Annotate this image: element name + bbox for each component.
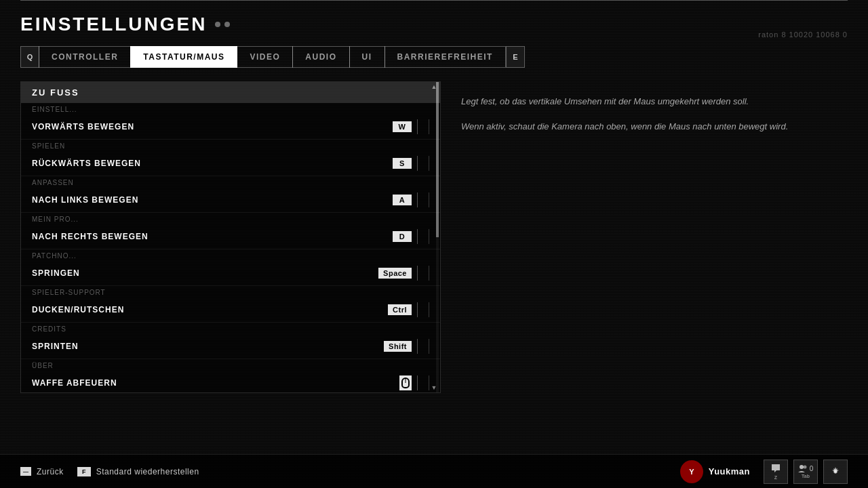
binding-row-links[interactable]: NACH LINKS BEWEGEN A — [21, 188, 440, 213]
page-title: EINSTELLUNGEN — [20, 14, 848, 35]
scroll-thumb[interactable] — [436, 82, 439, 237]
binding-extra — [429, 192, 429, 207]
binding-row-waffe[interactable]: WAFFE ABFEUERN — [21, 371, 440, 392]
key-badge-s: S — [393, 158, 412, 169]
title-dot-2 — [224, 22, 230, 27]
tab-audio[interactable]: AUDIO — [292, 46, 349, 68]
key-badge-a: A — [393, 195, 412, 205]
tab-controller[interactable]: CONTROLLER — [39, 46, 131, 68]
svg-point-2 — [800, 465, 804, 469]
content-area: ZU FUSS EINSTELL... VORWÄRTS BEWEGEN W S… — [20, 81, 848, 393]
mouse-key-icon — [399, 375, 412, 390]
section-title-text: ZU FUSS — [32, 87, 79, 98]
binding-name: DUCKEN/RUTSCHEN — [32, 305, 388, 314]
binding-extra — [429, 302, 429, 317]
binding-separator — [417, 229, 418, 244]
binding-separator — [417, 302, 418, 317]
bottom-controls: — Zurück F Standard wiederherstellen — [20, 467, 199, 476]
section-header: ZU FUSS — [21, 82, 440, 103]
binding-row-ducken[interactable]: DUCKEN/RUTSCHEN Ctrl — [21, 298, 440, 323]
friends-button[interactable]: 0 Tab — [793, 460, 818, 484]
binding-separator — [417, 266, 418, 281]
tab-video[interactable]: VIDEO — [237, 46, 293, 68]
category-anpassen: ANPASSEN — [21, 176, 440, 188]
user-avatar: Y — [680, 460, 703, 483]
tab-barrierefreiheit[interactable]: BARRIEREFREIHEIT — [384, 46, 506, 68]
category-einstell: EINSTELL... — [21, 103, 440, 115]
chat-button[interactable]: Z — [764, 460, 788, 484]
binding-extra — [429, 339, 429, 354]
chat-icon — [770, 463, 781, 474]
binding-name: VORWÄRTS BEWEGEN — [32, 122, 393, 131]
binding-row-vorwaerts[interactable]: VORWÄRTS BEWEGEN W — [21, 115, 440, 140]
tab-ui[interactable]: UI — [349, 46, 385, 68]
binding-name: NACH RECHTS BEWEGEN — [32, 232, 393, 241]
key-badge-d: D — [393, 231, 412, 242]
user-badge: Y Yuukman — [680, 460, 750, 483]
description-text-1: Legt fest, ob das vertikale Umsehen mit … — [461, 95, 841, 109]
key-badge-ctrl: Ctrl — [388, 304, 412, 315]
category-credits: CREDITS — [21, 323, 440, 334]
binding-name: SPRINGEN — [32, 268, 378, 278]
binding-separator — [417, 339, 418, 354]
restore-key: F — [77, 467, 91, 476]
scroll-arrow-down[interactable]: ▼ — [429, 383, 439, 392]
friends-key: Tab — [802, 474, 810, 479]
bindings-panel: ZU FUSS EINSTELL... VORWÄRTS BEWEGEN W S… — [20, 81, 441, 393]
username: Yuukman — [709, 466, 750, 476]
category-support: SPIELER-SUPPORT — [21, 286, 440, 298]
binding-name: NACH LINKS BEWEGEN — [32, 195, 393, 205]
tab-arrow-right[interactable]: E — [506, 46, 525, 68]
back-button[interactable]: — Zurück — [20, 467, 64, 476]
settings-button[interactable] — [823, 460, 848, 484]
settings-icon — [830, 466, 841, 477]
main-container: raton 8 10020 10068 0 EINSTELLUNGEN Q CO… — [20, 14, 848, 488]
binding-extra — [429, 229, 429, 244]
bindings-inner: ZU FUSS EINSTELL... VORWÄRTS BEWEGEN W S… — [21, 82, 440, 392]
binding-extra — [429, 156, 429, 171]
binding-extra — [429, 119, 429, 134]
binding-row-rueckwaerts[interactable]: RÜCKWÄRTS BEWEGEN S — [21, 151, 440, 176]
key-badge-space: Space — [378, 268, 412, 279]
binding-name: WAFFE ABFEUERN — [32, 378, 399, 388]
binding-row-sprinten[interactable]: SPRINTEN Shift — [21, 334, 440, 359]
version-info: raton 8 10020 10068 0 — [758, 30, 848, 39]
chat-key: Z — [774, 475, 777, 480]
tab-tastatur[interactable]: TASTATUR/MAUS — [130, 46, 237, 68]
binding-extra — [429, 266, 429, 281]
key-badge-w: W — [393, 121, 412, 132]
category-patchno: PATCHNO... — [21, 249, 440, 261]
category-ueber: ÜBER — [21, 359, 440, 371]
back-key: — — [20, 467, 31, 476]
title-dot-1 — [215, 22, 220, 27]
description-panel: Legt fest, ob das vertikale Umsehen mit … — [454, 81, 848, 393]
category-spielen: SPIELEN — [21, 140, 440, 151]
key-badge-shift: Shift — [384, 341, 412, 352]
binding-row-rechts[interactable]: NACH RECHTS BEWEGEN D — [21, 224, 440, 249]
description-text-2: Wenn aktiv, schaut die Kamera nach oben,… — [461, 120, 841, 134]
friends-number: 0 — [810, 465, 814, 472]
bottom-right: Y Yuukman Z 0 — [680, 460, 848, 484]
binding-row-springen[interactable]: SPRINGEN Space — [21, 261, 440, 286]
bottom-bar: — Zurück F Standard wiederherstellen Y Y… — [0, 454, 868, 488]
bottom-icons: Z 0 Tab — [764, 460, 848, 484]
tab-arrow-left[interactable]: Q — [20, 46, 39, 68]
top-decorative-line — [20, 0, 848, 1]
binding-separator — [417, 119, 418, 134]
binding-name: RÜCKWÄRTS BEWEGEN — [32, 159, 393, 168]
friends-icon — [798, 464, 808, 472]
title-dots — [215, 22, 230, 27]
restore-button[interactable]: F Standard wiederherstellen — [77, 467, 199, 476]
mouse-shape — [401, 378, 410, 388]
title-text: EINSTELLUNGEN — [20, 14, 207, 35]
friends-count: 0 — [798, 464, 814, 472]
binding-separator — [417, 156, 418, 171]
binding-name: SPRINTEN — [32, 342, 384, 351]
svg-text:Y: Y — [689, 468, 694, 476]
back-label: Zurück — [37, 467, 64, 476]
restore-label: Standard wiederherstellen — [96, 467, 199, 476]
binding-separator — [417, 192, 418, 207]
category-meinpro: MEIN PRO... — [21, 213, 440, 224]
svg-point-3 — [803, 466, 806, 469]
binding-separator — [417, 375, 418, 390]
